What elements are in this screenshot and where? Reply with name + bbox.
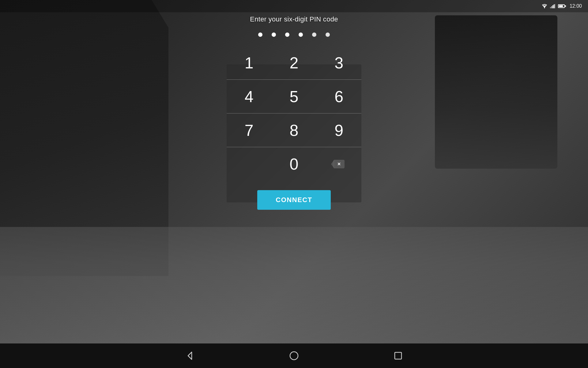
svg-rect-4 bbox=[554, 4, 555, 8]
home-button[interactable] bbox=[288, 350, 300, 362]
key-5[interactable]: 5 bbox=[272, 80, 317, 113]
pin-dialog: Enter your six-digit PIN code 1 2 3 4 5 … bbox=[217, 15, 371, 210]
pin-dots-container bbox=[258, 33, 330, 37]
key-6[interactable]: 6 bbox=[316, 80, 361, 113]
monitor-bg bbox=[435, 15, 557, 169]
svg-rect-3 bbox=[552, 5, 553, 8]
svg-point-0 bbox=[544, 7, 545, 8]
svg-rect-5 bbox=[555, 4, 556, 8]
battery-tip bbox=[565, 5, 566, 7]
key-backspace[interactable]: ✕ bbox=[316, 147, 361, 181]
svg-point-7 bbox=[290, 352, 298, 360]
signal-icon bbox=[550, 4, 556, 8]
svg-rect-8 bbox=[395, 352, 401, 359]
numpad: 1 2 3 4 5 6 7 8 9 0 ✕ bbox=[227, 46, 361, 181]
key-8[interactable]: 8 bbox=[272, 113, 317, 147]
desk-bg bbox=[0, 227, 588, 350]
key-3[interactable]: 3 bbox=[316, 46, 361, 80]
status-bar: 12:00 bbox=[0, 0, 588, 12]
svg-marker-6 bbox=[188, 352, 192, 359]
battery-fill bbox=[559, 5, 563, 7]
app-container: 12:00 Enter your six-digit PIN code 1 2 … bbox=[0, 0, 588, 368]
pin-dot-5 bbox=[312, 33, 316, 37]
backspace-symbol: ✕ bbox=[334, 160, 345, 168]
battery-icon bbox=[558, 4, 566, 8]
pin-dot-3 bbox=[285, 33, 289, 37]
key-2[interactable]: 2 bbox=[272, 46, 317, 80]
key-empty bbox=[227, 147, 272, 181]
key-4[interactable]: 4 bbox=[227, 80, 272, 113]
status-icons: 12:00 bbox=[541, 3, 582, 9]
home-icon bbox=[289, 351, 299, 361]
wifi-icon bbox=[541, 4, 548, 9]
battery-body bbox=[558, 4, 565, 8]
pin-dot-6 bbox=[326, 33, 330, 37]
key-9[interactable]: 9 bbox=[316, 113, 361, 147]
pin-dot-1 bbox=[258, 33, 262, 37]
pin-dot-2 bbox=[272, 33, 276, 37]
key-7[interactable]: 7 bbox=[227, 113, 272, 147]
back-button[interactable] bbox=[184, 350, 196, 362]
key-1[interactable]: 1 bbox=[227, 46, 272, 80]
key-0[interactable]: 0 bbox=[272, 147, 317, 181]
pin-dot-4 bbox=[299, 33, 303, 37]
connect-button[interactable]: CONNECT bbox=[257, 190, 331, 210]
pin-prompt: Enter your six-digit PIN code bbox=[250, 15, 338, 23]
svg-rect-2 bbox=[551, 6, 552, 8]
status-time: 12:00 bbox=[570, 3, 582, 9]
nav-bar bbox=[0, 343, 588, 368]
backspace-x: ✕ bbox=[337, 162, 341, 167]
svg-rect-1 bbox=[550, 7, 551, 8]
recents-button[interactable] bbox=[392, 350, 404, 362]
back-icon bbox=[185, 351, 195, 361]
recents-icon bbox=[394, 351, 402, 360]
